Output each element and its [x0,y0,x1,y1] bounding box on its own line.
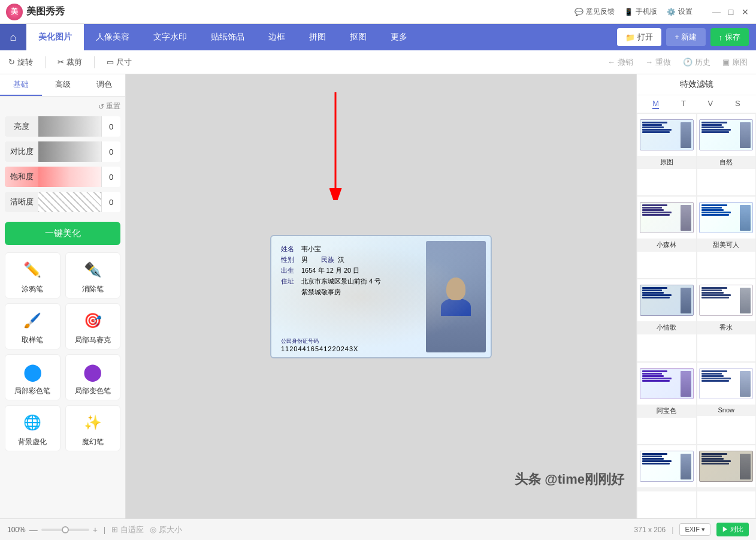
nav-tab-border[interactable]: 边框 [256,24,297,50]
legend-s[interactable]: S [735,99,740,109]
filter-forest[interactable]: 小森林 [637,196,697,279]
tool-color-pen[interactable]: ⬤ 局部彩色笔 [5,354,61,400]
filter-more2[interactable] [697,445,757,518]
save-btn[interactable]: ↑ 保存 [710,28,749,46]
tool-eraser[interactable]: ✒️ 消除笔 [65,252,121,298]
filter-thumb-sweet [697,197,756,239]
undo-btn[interactable]: ← 撤销 [607,57,633,68]
fit-icon: ⊞ [111,525,118,534]
filter-thumb-abao [637,363,696,405]
nav-tab-portrait[interactable]: 人像美容 [84,24,141,50]
mobile-icon: 📱 [624,8,633,16]
id-birth-field: 出生 1654 年 12 月 20 日 [281,266,415,275]
maximize-btn[interactable]: □ [726,7,736,17]
redo-btn[interactable]: → 重做 [645,57,671,68]
legend-t[interactable]: T [681,99,686,109]
close-btn[interactable]: ✕ [740,7,750,17]
logo-icon: 美 [6,4,23,20]
right-panel: 特效滤镜 M T V S 原图 [636,74,756,518]
id-ethnicity-label: 民族 [321,255,334,264]
contrast-value[interactable]: 0 [101,141,120,162]
id-birth-label: 出生 [281,266,298,275]
exif-btn[interactable]: EXIF ▾ [679,523,710,536]
zoom-value: 100% [7,526,26,534]
size-icon: ▭ [107,58,114,67]
tool-blur[interactable]: 🌐 背景虚化 [5,405,61,451]
original-btn[interactable]: ▣ 原图 [722,57,748,68]
rotate-btn[interactable]: ↻ 旋转 [8,57,33,68]
reset-btn[interactable]: ↺ 重置 [5,101,120,111]
sharpness-track[interactable] [38,192,101,212]
crop-btn[interactable]: ✂ 裁剪 [58,57,82,68]
nav-tab-stickers[interactable]: 贴纸饰品 [199,24,256,50]
mobile-btn[interactable]: 📱 手机版 [624,7,657,17]
tab-advanced[interactable]: 高级 [42,74,84,96]
brightness-value[interactable]: 0 [101,116,120,137]
nav-tab-collage[interactable]: 拼图 [297,24,338,50]
filter-thumb-more1 [637,445,696,487]
nav-right: 📁 打开 + 新建 ↑ 保存 [617,24,756,50]
zoom-out-btn[interactable]: — [29,525,38,535]
saturation-track[interactable] [38,167,101,187]
legend-v[interactable]: V [708,99,713,109]
feedback-btn[interactable]: 💬 意见反馈 [574,7,615,17]
minimize-btn[interactable]: — [712,7,721,17]
sharpness-slider-row: 清晰度 0 [5,192,120,212]
nav-tab-more[interactable]: 更多 [379,24,419,50]
id-card-content: 姓名 韦小宝 性别 男 民族 汉 出生 1654 年 12 月 20 日 住 [271,236,421,357]
eraser-icon: ✒️ [82,259,104,280]
filter-sweet[interactable]: 甜美可人 [697,196,757,279]
nav-tab-watermark[interactable]: 文字水印 [141,24,199,50]
compare-btn[interactable]: ▶ 对比 [716,523,749,536]
filter-grid: 原图 自然 [637,113,756,518]
id-address2-field: 紫禁城敬事房 [281,288,415,297]
filter-natural[interactable]: 自然 [697,113,757,196]
oneclick-btn[interactable]: 一键美化 [5,222,120,245]
tool-mosaic[interactable]: 🎯 局部马赛克 [65,303,121,349]
size-btn[interactable]: ▭ 尺寸 [107,57,132,68]
filter-name-snow: Snow [697,405,756,416]
id-address-value: 北京市东城区景山前街 4 号 [301,277,381,286]
filter-perfume[interactable]: 香水 [697,279,757,361]
zoom-slider[interactable] [41,529,89,531]
filter-thumb-forest [637,197,696,239]
new-btn[interactable]: + 新建 [666,28,705,46]
tab-color[interactable]: 调色 [83,74,125,96]
home-btn[interactable]: ⌂ [0,24,26,50]
filter-name-abao: 阿宝色 [637,405,696,418]
original-size-btn[interactable]: ◎ 原大小 [150,524,182,535]
filter-abao[interactable]: 阿宝色 [637,362,697,445]
canvas-area: 姓名 韦小宝 性别 男 民族 汉 出生 1654 年 12 月 20 日 住 [126,74,636,518]
tab-basic[interactable]: 基础 [0,74,42,96]
nav-tab-cutout[interactable]: 抠图 [338,24,379,50]
open-btn[interactable]: 📁 打开 [617,28,661,46]
filter-more1[interactable] [637,445,697,518]
filter-snow[interactable]: Snow [697,362,757,445]
sharpness-label: 清晰度 [5,192,38,212]
zoom-in-btn[interactable]: + [93,525,98,535]
tool-graffiti[interactable]: ✏️ 涂鸦笔 [5,252,61,298]
rotate-icon: ↻ [8,58,15,67]
filter-original[interactable]: 原图 [637,113,697,196]
contrast-track[interactable] [38,141,101,162]
tool-color-change[interactable]: ⬤ 局部变色笔 [65,354,121,400]
brightness-track[interactable] [38,116,101,137]
tool-magic-pen[interactable]: ✨ 魔幻笔 [65,405,121,451]
filter-song[interactable]: 小情歌 [637,279,697,361]
history-btn[interactable]: 🕐 历史 [683,57,710,68]
saturation-slider-row: 饱和度 0 [5,167,120,187]
filter-name-sweet: 甜美可人 [697,239,756,252]
fit-btn[interactable]: ⊞ 自适应 [111,524,144,535]
id-card: 姓名 韦小宝 性别 男 民族 汉 出生 1654 年 12 月 20 日 住 [270,235,492,358]
settings-btn[interactable]: ⚙️ 设置 [667,7,693,17]
magic-pen-icon: ✨ [82,412,104,433]
sharpness-value[interactable]: 0 [101,192,120,212]
filter-thumb-song [637,279,696,321]
nav-tab-beautify[interactable]: 美化图片 [26,24,84,50]
status-bar: 100% — + | ⊞ 自适应 ◎ 原大小 371 x 206 | EXIF … [0,518,756,540]
filter-thumb-snow [697,363,756,405]
saturation-value[interactable]: 0 [101,167,120,187]
legend-m[interactable]: M [652,99,659,109]
filter-title: 特效滤镜 [637,74,756,95]
tool-sampler[interactable]: 🖌️ 取样笔 [5,303,61,349]
